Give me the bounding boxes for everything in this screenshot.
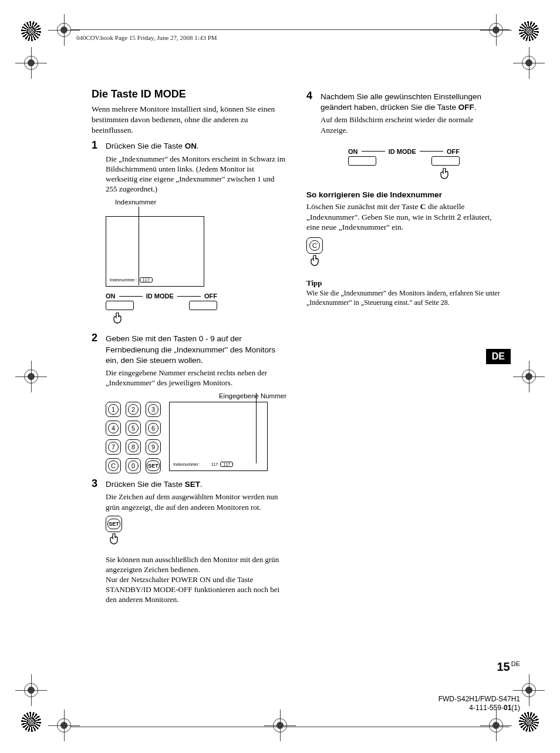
keypad-key: 8: [126, 439, 141, 455]
monitor-screen-illustration: Indexnummer : 117: [106, 216, 204, 287]
caption-eingegebene: Eingegebene Nummer: [191, 392, 286, 399]
crop-target-icon: [270, 715, 290, 735]
keypad-key: 3: [146, 402, 161, 417]
idmode-off-label: OFF: [204, 293, 217, 300]
tipp-body: Wie Sie die „Indexnummer" des Monitors ä…: [306, 289, 501, 307]
monitor-screen-illustration: Indexnummer : 117 117: [169, 402, 268, 471]
step-body: Die Zeichen auf dem ausgewählten Monitor…: [106, 492, 286, 512]
crop-target-icon: [519, 367, 539, 386]
step-4: 4 Nachdem Sie alle gewünschten Einstellu…: [306, 92, 501, 135]
keypad-key: 0: [126, 458, 141, 473]
page-footer: 15DE FWD-S42H1/FWD-S47H1 4-111-559-01(1): [438, 660, 520, 713]
crop-target-icon: [54, 715, 74, 735]
idmode-on-button-icon: [106, 301, 134, 310]
step-number: 1: [92, 139, 97, 152]
screen-entered-value: 117: [220, 462, 233, 467]
remote-keypad-illustration: 1 2 3 4 5 6 7 8 9 C 0 SET: [106, 402, 161, 473]
step-3: 3 Drücken Sie die Taste SET. Die Zeichen…: [92, 479, 286, 604]
keypad-key: 2: [126, 402, 141, 417]
step-1: 1 Drücken Sie die Taste ON. Die „Indexnu…: [92, 141, 286, 194]
language-tab: DE: [486, 349, 511, 364]
step-lead: Drücken Sie die Taste SET.: [106, 479, 286, 490]
model-line: FWD-S42H1/FWD-S47H1: [438, 695, 520, 704]
screen-index-label: Indexnummer :: [110, 278, 137, 282]
idmode-on-label: ON: [348, 148, 358, 155]
sub-body: Löschen Sie zunächst mit der Taste C die…: [306, 201, 501, 233]
keypad-key: 6: [146, 421, 161, 436]
tipp-heading: Tipp: [306, 278, 501, 288]
screen-index-value: 117: [140, 277, 153, 283]
keypad-key: 7: [106, 439, 121, 455]
keypad-key: 5: [126, 421, 141, 436]
idmode-mid-label: ID MODE: [146, 293, 174, 300]
registration-mark-icon: [21, 21, 41, 41]
crop-target-icon: [54, 20, 74, 40]
crop-target-icon: [21, 367, 41, 386]
step-number: 3: [92, 478, 97, 490]
keypad-key: 1: [106, 402, 121, 417]
idmode-mid-label: ID MODE: [389, 148, 416, 155]
idmode-on-button-icon: [348, 156, 376, 166]
step-2: 2 Geben Sie mit den Tasten 0 - 9 auf der…: [92, 334, 286, 388]
crop-target-icon: [519, 680, 539, 700]
sub-heading: So korrigieren Sie die Indexnummer: [306, 190, 501, 199]
step-lead: Geben Sie mit den Tasten 0 - 9 auf der F…: [106, 334, 286, 366]
keypad-key: 9: [146, 439, 161, 455]
press-hand-icon: [112, 312, 126, 327]
step-body: Die eingegebene Nummer erscheint rechts …: [106, 368, 286, 388]
crop-target-icon: [21, 680, 41, 700]
registration-mark-icon: [519, 712, 539, 732]
step-body: Sie können nun ausschließlich den Monito…: [106, 554, 286, 605]
set-key-press-illustration: SET: [106, 516, 286, 550]
c-key-icon: C: [306, 237, 323, 254]
crop-target-icon: [486, 715, 506, 735]
header-filename: 040COV.book Page 15 Friday, June 27, 200…: [76, 34, 217, 41]
page-lang: DE: [511, 660, 520, 667]
keypad-key-c: C: [106, 458, 121, 473]
idmode-off-button-icon: [189, 301, 217, 310]
idmode-on-label: ON: [106, 293, 116, 300]
idmode-bar-illustration: ON ID MODE OFF: [106, 293, 217, 327]
crop-target-icon: [486, 20, 506, 40]
step-body: Auf dem Bildschirm erscheint wieder die …: [321, 115, 501, 135]
idmode-off-label: OFF: [447, 148, 460, 155]
crop-target-icon: [21, 53, 41, 73]
registration-mark-icon: [21, 712, 41, 732]
keypad-key-set: SET: [146, 458, 161, 473]
doc-number: 4-111-559-01(1): [438, 704, 520, 713]
screen-index-label: Indexnummer :: [173, 462, 201, 466]
idmode-off-button-icon: [431, 156, 460, 166]
section-title: Die Taste ID MODE: [92, 88, 286, 100]
step-lead: Drücken Sie die Taste ON.: [106, 141, 286, 152]
step-body: Die „Indexnummer" des Monitors erscheint…: [106, 154, 286, 194]
screen-index-value: 117: [211, 462, 218, 466]
intro-text: Wenn mehrere Monitore installiert sind, …: [92, 104, 286, 135]
header-rule: [70, 29, 510, 30]
step-number: 4: [306, 90, 312, 102]
step-lead: Nachdem Sie alle gewünschten Einstellung…: [321, 92, 501, 113]
caption-indexnummer: Indexnummer: [115, 199, 286, 206]
keypad-key: 4: [106, 421, 121, 436]
crop-target-icon: [519, 53, 539, 73]
set-key-icon: SET: [106, 516, 122, 532]
step-number: 2: [92, 332, 97, 344]
press-hand-icon: [438, 168, 453, 182]
page-number: 15: [497, 660, 510, 673]
idmode-bar-illustration: ON ID MODE OFF: [348, 148, 460, 182]
footer-rule: [70, 727, 510, 727]
c-key-press-illustration: C: [306, 237, 501, 271]
registration-mark-icon: [519, 21, 539, 41]
